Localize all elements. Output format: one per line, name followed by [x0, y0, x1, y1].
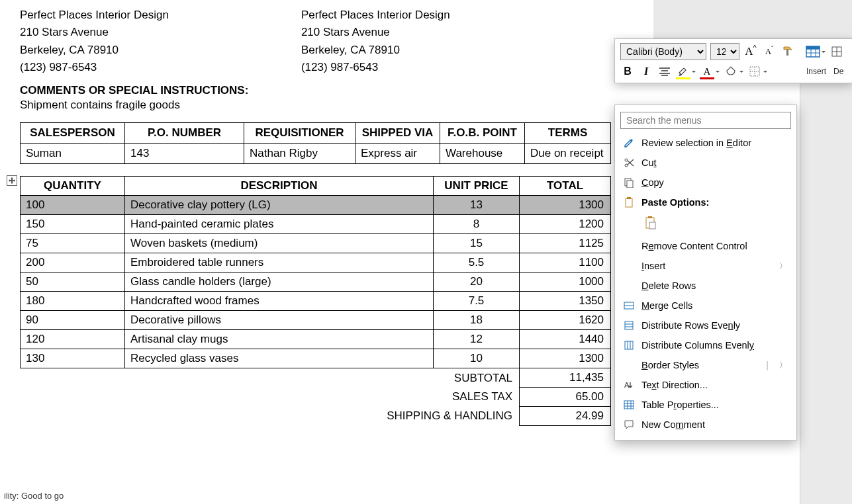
shading-icon[interactable]: [724, 64, 738, 79]
cell-unit[interactable]: 18: [434, 311, 520, 330]
menu-text-direction[interactable]: A Text Direction...: [615, 375, 796, 395]
cell-unit[interactable]: 20: [434, 273, 520, 292]
cell-qty[interactable]: 200: [21, 253, 125, 273]
menu-label: New Comment: [641, 419, 787, 430]
menu-distribute-columns[interactable]: Distribute Columns Evenly: [615, 335, 796, 355]
cell-unit[interactable]: 10: [434, 349, 520, 368]
bold-button[interactable]: B: [620, 64, 635, 79]
menu-label: Insert: [641, 261, 773, 271]
cell-qty[interactable]: 130: [21, 349, 125, 368]
cell-total[interactable]: 1440: [520, 330, 611, 349]
cell-unit[interactable]: 7.5: [434, 292, 520, 311]
cell-desc[interactable]: Embroidered table runners: [125, 253, 434, 273]
cell-unit[interactable]: 15: [434, 234, 520, 253]
table-row[interactable]: 75Woven baskets (medium)151125: [21, 234, 611, 253]
table-row[interactable]: 100Decorative clay pottery (LG)131300: [21, 196, 611, 215]
font-size-select[interactable]: 12: [710, 43, 739, 60]
cell-unit[interactable]: 13: [434, 196, 520, 215]
italic-button[interactable]: I: [639, 64, 653, 79]
table-row[interactable]: 150Hand-painted ceramic plates81200: [21, 215, 611, 234]
menu-table-properties[interactable]: Table Properties...: [615, 395, 796, 415]
menu-border-styles[interactable]: Border Styles | 〉: [615, 355, 796, 375]
cell-total[interactable]: 1620: [520, 311, 611, 330]
cell-unit[interactable]: 8: [434, 215, 520, 234]
cell-terms[interactable]: Due on receipt: [525, 144, 611, 164]
align-icon[interactable]: [657, 64, 672, 79]
th-fob: F.O.B. POINT: [440, 123, 525, 144]
menu-distribute-rows[interactable]: Distribute Rows Evenly: [615, 315, 796, 335]
table-header-row: QUANTITY DESCRIPTION UNIT PRICE TOTAL: [21, 177, 611, 196]
value-subtotal[interactable]: 11,435: [520, 368, 611, 388]
cell-po[interactable]: 143: [125, 144, 244, 164]
cell-desc[interactable]: Artisanal clay mugs: [125, 330, 434, 349]
cell-desc[interactable]: Hand-painted ceramic plates: [125, 215, 434, 234]
menu-new-comment[interactable]: New Comment: [615, 415, 796, 435]
menu-delete-rows[interactable]: Delete Rows: [615, 276, 796, 296]
line-items-table[interactable]: QUANTITY DESCRIPTION UNIT PRICE TOTAL 10…: [20, 176, 611, 426]
cell-desc[interactable]: Handcrafted wood frames: [125, 292, 434, 311]
table-row[interactable]: 90Decorative pillows181620: [21, 311, 611, 330]
cell-desc[interactable]: Decorative clay pottery (LG): [125, 196, 434, 215]
cell-qty[interactable]: 90: [21, 311, 125, 330]
cell-qty[interactable]: 150: [21, 215, 125, 234]
cell-total[interactable]: 1200: [520, 215, 611, 234]
order-header-table[interactable]: SALESPERSON P.O. NUMBER REQUISITIONER SH…: [20, 122, 611, 164]
table-row[interactable]: 130Recycled glass vases101300: [21, 349, 611, 368]
cell-qty[interactable]: 120: [21, 330, 125, 349]
label-salestax: SALES TAX: [21, 388, 520, 407]
shrink-font-icon[interactable]: Aˇ: [762, 44, 777, 59]
cell-qty[interactable]: 100: [21, 196, 125, 215]
menu-label: Text Direction...: [641, 380, 787, 390]
cell-shipped[interactable]: Express air: [355, 144, 440, 164]
cell-total[interactable]: 1000: [520, 273, 611, 292]
table-row[interactable]: 180Handcrafted wood frames7.51350: [21, 292, 611, 311]
label-subtotal: SUBTOTAL: [21, 368, 520, 388]
delete-label[interactable]: De: [833, 67, 847, 76]
table-row[interactable]: 50Glass candle holders (large)201000: [21, 273, 611, 292]
value-salestax[interactable]: 65.00: [520, 388, 611, 407]
cell-fob[interactable]: Warehouse: [440, 144, 525, 164]
grow-font-icon[interactable]: A^: [743, 44, 758, 59]
cell-unit[interactable]: 12: [434, 330, 520, 349]
value-shipping[interactable]: 24.99: [520, 407, 611, 426]
menu-insert[interactable]: Insert 〉: [615, 256, 796, 276]
paste-keep-source-icon[interactable]: [641, 214, 660, 232]
menu-review-in-editor[interactable]: Review selection in Editor: [615, 133, 796, 153]
table-row[interactable]: 200Embroidered table runners5.51100: [21, 253, 611, 273]
table-row[interactable]: 120Artisanal clay mugs121440: [21, 330, 611, 349]
cell-total[interactable]: 1300: [520, 196, 611, 215]
insert-table-icon[interactable]: [806, 44, 820, 59]
cell-desc[interactable]: Woven baskets (medium): [125, 234, 434, 253]
highlight-color-icon[interactable]: [676, 64, 690, 79]
font-color-icon[interactable]: A: [700, 64, 714, 79]
insert-label[interactable]: Insert: [803, 67, 829, 76]
format-painter-icon[interactable]: [781, 44, 795, 59]
svg-rect-24: [627, 197, 631, 199]
insert-cells-icon[interactable]: [829, 44, 844, 59]
menu-merge-cells[interactable]: Merge Cells: [615, 296, 796, 315]
cell-qty[interactable]: 50: [21, 273, 125, 292]
borders-icon[interactable]: [747, 64, 762, 79]
table-row[interactable]: Suman 143 Nathan Rigby Express air Wareh…: [21, 144, 611, 164]
cell-total[interactable]: 1125: [520, 234, 611, 253]
menu-remove-content-control[interactable]: Remove Content Control: [615, 236, 796, 256]
clipboard-icon: [623, 196, 635, 208]
svg-rect-27: [649, 222, 655, 229]
menu-copy[interactable]: Copy: [615, 173, 796, 192]
cell-total[interactable]: 1300: [520, 349, 611, 368]
cell-requisitioner[interactable]: Nathan Rigby: [244, 144, 355, 164]
font-name-select[interactable]: Calibri (Body): [620, 43, 706, 60]
cell-total[interactable]: 1350: [520, 292, 611, 311]
cell-desc[interactable]: Decorative pillows: [125, 311, 434, 330]
cell-desc[interactable]: Recycled glass vases: [125, 349, 434, 368]
menu-search-input[interactable]: Search the menus: [620, 112, 791, 129]
cell-qty[interactable]: 75: [21, 234, 125, 253]
table-move-handle-icon[interactable]: [7, 175, 17, 186]
menu-cut[interactable]: Cut: [615, 153, 796, 173]
cell-desc[interactable]: Glass candle holders (large): [125, 273, 434, 292]
blank-icon: [623, 359, 635, 371]
cell-total[interactable]: 1100: [520, 253, 611, 273]
cell-unit[interactable]: 5.5: [434, 253, 520, 273]
cell-qty[interactable]: 180: [21, 292, 125, 311]
cell-salesperson[interactable]: Suman: [21, 144, 125, 164]
